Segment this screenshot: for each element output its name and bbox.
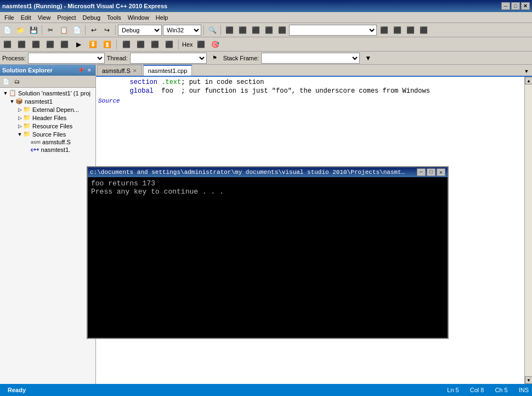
toolbar-btn-i[interactable]: ⬛	[417, 24, 429, 36]
menu-debug[interactable]: Debug	[80, 13, 104, 22]
menu-tools[interactable]: Tools	[104, 13, 124, 22]
step-into-button[interactable]: ⏬	[87, 38, 99, 50]
source-folder-icon: 📁	[23, 131, 31, 138]
debug-btn-5[interactable]: ⬛	[58, 38, 70, 50]
search-button[interactable]: 🔍	[206, 24, 218, 36]
tree-solution[interactable]: ▼ 📋 Solution 'nasmtest1' (1 proj	[1, 89, 94, 97]
menu-file[interactable]: File	[1, 13, 18, 22]
tree-external-deps[interactable]: ▷ 📁 External Depen...	[1, 105, 94, 114]
menu-window[interactable]: Window	[124, 13, 152, 22]
debug-btn-2[interactable]: ⬛	[15, 38, 27, 50]
close-button[interactable]: ✕	[521, 2, 530, 10]
sol-pin-button[interactable]: 📌	[77, 66, 84, 74]
debug-btn-11[interactable]: 🎯	[210, 38, 222, 50]
expand-source-icon: ▼	[16, 132, 23, 137]
separator-5	[220, 25, 221, 35]
maximize-button[interactable]: □	[511, 2, 520, 10]
console-title-text: c:\documents and settings\administrator\…	[90, 169, 408, 176]
sol-btn-1[interactable]: 📄	[1, 77, 11, 87]
step-out-button[interactable]: ⏫	[101, 38, 113, 50]
sol-btn-2[interactable]: 🗂	[12, 77, 22, 87]
debug-btn-8[interactable]: ⬛	[149, 38, 161, 50]
console-title-buttons[interactable]: ─ □ ✕	[417, 168, 445, 176]
thread-combo[interactable]	[130, 53, 207, 64]
find-combo[interactable]	[289, 25, 377, 36]
status-bar: Ready Ln 5 Col 8 Ch 5 INS	[0, 384, 532, 396]
sol-close-button[interactable]: ✕	[86, 66, 93, 74]
debug-btn-4[interactable]: ⬛	[44, 38, 56, 50]
separator-4	[203, 25, 204, 35]
debug-btn-9[interactable]: ⬛	[163, 38, 175, 50]
process-combo[interactable]	[28, 53, 105, 64]
redo-button[interactable]: ↪	[101, 24, 113, 36]
scroll-down-btn[interactable]: ▼	[525, 376, 532, 384]
minimize-button[interactable]: ─	[501, 2, 510, 10]
process-bar: Process: Thread: ⚑ Stack Frame: ▼	[0, 52, 532, 65]
project-label: nasmtest1	[25, 98, 53, 105]
debug-btn-1[interactable]: ⬛	[1, 38, 13, 50]
open-button[interactable]: 📁	[14, 24, 26, 36]
title-bar-buttons[interactable]: ─ □ ✕	[501, 2, 530, 10]
scroll-up-btn[interactable]: ▲	[525, 77, 532, 84]
platform-dropdown[interactable]: Win32 x64	[163, 25, 201, 36]
debug-btn-7[interactable]: ⬛	[134, 38, 146, 50]
scroll-track[interactable]	[525, 84, 532, 376]
step-over-button[interactable]: ▶	[72, 38, 84, 50]
menu-help[interactable]: Help	[152, 13, 172, 22]
paste-button[interactable]: 📄	[71, 24, 83, 36]
tree-source-files[interactable]: ▼ 📁 Source Files	[1, 130, 94, 138]
save-button[interactable]: 💾	[27, 24, 39, 36]
solution-tree[interactable]: ▼ 📋 Solution 'nasmtest1' (1 proj ▼ 📦 nas…	[0, 88, 95, 384]
console-line-2: Press any key to continue . . .	[91, 188, 444, 196]
toolbar-btn-c[interactable]: ⬛	[250, 24, 262, 36]
console-maximize-btn[interactable]: □	[427, 168, 435, 176]
copy-button[interactable]: 📋	[58, 24, 70, 36]
source-folder-label: Source Files	[32, 131, 66, 138]
toolbar-btn-f[interactable]: ⬛	[378, 24, 390, 36]
console-close-btn[interactable]: ✕	[437, 168, 445, 176]
undo-button[interactable]: ↩	[88, 24, 100, 36]
console-body[interactable]: foo returns 173 Press any key to continu…	[88, 177, 448, 338]
thread-btn[interactable]: ⚑	[209, 52, 221, 64]
tab-asmstuff[interactable]: asmstuff.S ✕	[97, 65, 142, 76]
tree-resource-files[interactable]: ▷ 📁 Resource Files	[1, 122, 94, 130]
solution-explorer-buttons[interactable]: 📌 ✕	[77, 66, 93, 74]
solution-toolbar: 📄 🗂	[0, 76, 95, 88]
resource-icon: 📁	[23, 122, 31, 129]
toolbar-btn-g[interactable]: ⬛	[391, 24, 403, 36]
cut-button[interactable]: ✂	[44, 24, 56, 36]
asmstuff-label: asmstuff.S	[42, 139, 71, 145]
doc-list-button[interactable]: ▼	[522, 67, 531, 76]
config-dropdown[interactable]: Debug Release	[118, 25, 162, 36]
debug-btn-10[interactable]: ⬛	[195, 38, 207, 50]
resource-label: Resource Files	[32, 123, 72, 129]
console-minimize-btn[interactable]: ─	[417, 168, 426, 176]
menu-project[interactable]: Project	[54, 13, 79, 22]
tab-asmstuff-label: asmstuff.S	[102, 67, 131, 74]
tab-asmstuff-close[interactable]: ✕	[133, 68, 137, 73]
debug-btn-3[interactable]: ⬛	[30, 38, 42, 50]
nasmtest-label: nasmtest1.	[41, 146, 71, 153]
tree-asmstuff[interactable]: asm asmstuff.S	[1, 138, 94, 146]
tree-header-files[interactable]: ▷ 📁 Header Files	[1, 114, 94, 122]
tree-nasmtest[interactable]: c++ nasmtest1.	[1, 146, 94, 154]
toolbar-btn-b[interactable]: ⬛	[236, 24, 248, 36]
separator-1	[42, 25, 42, 35]
status-ins: INS	[519, 387, 529, 393]
debug-btn-6[interactable]: ⬛	[120, 38, 132, 50]
toolbar-btn-a[interactable]: ⬛	[223, 24, 235, 36]
toolbar-btn-d[interactable]: ⬛	[263, 24, 275, 36]
tab-nasmtest[interactable]: nasmtest1.cpp	[143, 65, 193, 76]
editor-scrollbar-v[interactable]: ▲ ▼	[524, 77, 532, 384]
menu-view[interactable]: View	[35, 13, 54, 22]
status-ready: Ready	[3, 386, 30, 394]
toolbar-btn-h[interactable]: ⬛	[404, 24, 416, 36]
stack-frame-btn[interactable]: ▼	[362, 52, 374, 64]
new-button[interactable]: 📄	[1, 24, 13, 36]
tree-project[interactable]: ▼ 📦 nasmtest1	[1, 97, 94, 105]
stack-frame-combo[interactable]	[261, 53, 360, 64]
asm-icon: asm	[31, 139, 41, 145]
toolbar-btn-e[interactable]: ⬛	[276, 24, 288, 36]
menu-edit[interactable]: Edit	[18, 13, 35, 22]
tab-bar: asmstuff.S ✕ nasmtest1.cpp ▼	[96, 65, 532, 77]
